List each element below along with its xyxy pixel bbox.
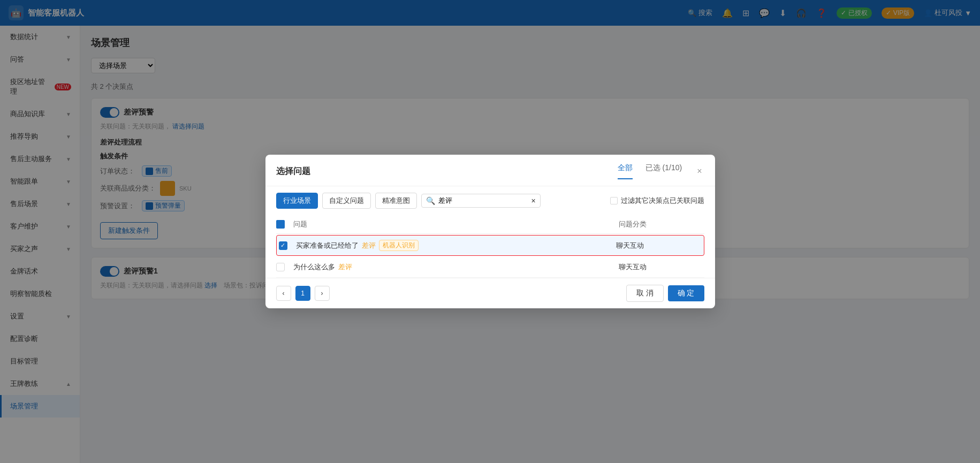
checkbox-checked-1[interactable]: ✓: [279, 241, 287, 250]
modal-pagination: ‹ 1 › 取 消 确 定: [265, 278, 715, 308]
machine-tag-1: 机器人识别: [379, 240, 419, 251]
question-highlight-2: 差评: [338, 262, 352, 272]
search-icon: 🔍: [426, 196, 435, 205]
question-text-prefix-2: 为什么这么多: [293, 262, 335, 272]
cancel-button[interactable]: 取 消: [626, 285, 664, 302]
category-col-1: 聊天互动: [616, 241, 702, 251]
filter-checkbox[interactable]: [610, 197, 618, 204]
question-text-prefix-1: 买家准备或已经给了: [296, 241, 359, 251]
select-question-modal: 选择问题 全部 已选 (1/10) × 行业场景 自定义问题 精准意图 🔍 ×: [265, 155, 715, 308]
question-col-1: 买家准备或已经给了 差评 机器人识别: [296, 240, 616, 251]
modal-title: 选择问题: [276, 166, 310, 177]
modal-toolbar: 行业场景 自定义问题 精准意图 🔍 × 过滤其它决策点已关联问题: [265, 186, 715, 215]
industry-scene-tab[interactable]: 行业场景: [276, 193, 318, 209]
tab-selected[interactable]: 已选 (1/10): [645, 163, 682, 179]
confirm-button[interactable]: 确 定: [668, 285, 704, 301]
select-all-checkbox[interactable]: [276, 220, 285, 229]
modal-table: 问题 问题分类 ✓ 买家准备或已经给了 差评 机器人识别 聊天互动: [265, 215, 715, 278]
custom-question-tab[interactable]: 自定义问题: [322, 193, 371, 209]
tab-all[interactable]: 全部: [618, 163, 633, 179]
modal-close-button[interactable]: ×: [695, 164, 704, 178]
search-input[interactable]: [438, 197, 528, 205]
search-input-wrap: 🔍 ×: [421, 194, 541, 208]
next-page-button[interactable]: ›: [315, 286, 330, 301]
row-check-1: ✓: [279, 241, 296, 250]
table-row[interactable]: 为什么这么多 差评 聊天互动: [276, 257, 704, 278]
modal-header-top: 选择问题 全部 已选 (1/10) ×: [276, 163, 704, 179]
checkbox-unchecked-2[interactable]: [276, 263, 285, 271]
category-col-2: 聊天互动: [619, 262, 704, 272]
prev-page-button[interactable]: ‹: [276, 286, 291, 301]
table-check-header: [276, 220, 293, 229]
filter-label: 过滤其它决策点已关联问题: [621, 196, 704, 206]
table-row[interactable]: ✓ 买家准备或已经给了 差评 机器人识别 聊天互动: [276, 235, 704, 256]
table-category-header: 问题分类: [619, 219, 704, 229]
modal-top-tabs: 全部 已选 (1/10): [618, 163, 682, 179]
modal-overlay: 选择问题 全部 已选 (1/10) × 行业场景 自定义问题 精准意图 🔍 ×: [0, 0, 980, 463]
current-page-button[interactable]: 1: [295, 286, 310, 301]
table-question-header: 问题: [293, 219, 619, 229]
question-highlight-1: 差评: [362, 241, 376, 251]
row-check-2: [276, 263, 293, 271]
search-clear-icon[interactable]: ×: [531, 196, 536, 205]
table-header: 问题 问题分类: [276, 215, 704, 234]
question-col-2: 为什么这么多 差评: [293, 262, 619, 272]
filter-row: 过滤其它决策点已关联问题: [610, 196, 704, 206]
modal-header: 选择问题 全部 已选 (1/10) ×: [265, 155, 715, 186]
precise-intent-tab[interactable]: 精准意图: [375, 193, 417, 209]
